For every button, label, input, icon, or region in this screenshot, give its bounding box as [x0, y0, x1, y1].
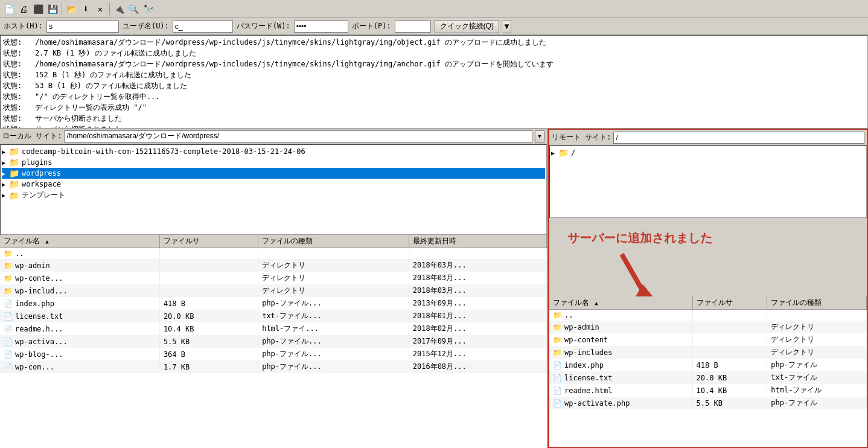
remote-tree-area[interactable]: ▶📁/	[549, 146, 867, 218]
connect-dropdown[interactable]: ▼	[503, 20, 511, 33]
status-line: 状態:ディレクトリー覧の表示成功 "/"	[3, 102, 865, 113]
remote-file-row[interactable]: 📁wp-content ディレクトリ	[549, 333, 867, 346]
local-file-row[interactable]: 📄wp-blog-... 364 B php-ファイル... 2015年12月.…	[0, 348, 547, 360]
local-site-bar: ローカル サイト: ▼	[0, 129, 547, 144]
local-file-row[interactable]: 📄readme.h... 10.4 KB html-ファイ... 2018年02…	[0, 322, 547, 335]
file-name: 📄license.txt	[0, 310, 159, 322]
file-type-icon: 📁	[4, 274, 13, 283]
remote-col-filetype[interactable]: ファイルの種類	[767, 296, 867, 310]
remote-tree-item[interactable]: ▶📁/	[551, 147, 865, 158]
local-col-filename[interactable]: ファイル名 ▲	[0, 235, 159, 248]
local-tree-item[interactable]: ▶📁テンプレート	[2, 190, 545, 201]
toolbar-icon-save[interactable]: 💾	[46, 2, 59, 16]
status-text: 152 B (1 秒) のファイル転送に成功しました	[35, 69, 191, 80]
status-text: /home/oshimamasara/ダウンロード/wordpress/wp-i…	[35, 37, 546, 48]
status-label: 状態:	[3, 91, 30, 102]
file-date: 2018年03月...	[409, 272, 546, 284]
toolbar-icon-new[interactable]: 📄	[2, 2, 16, 16]
status-line: 状態:53 B (1 秒) のファイル転送に成功しました	[3, 80, 865, 91]
remote-site-input[interactable]	[613, 132, 864, 144]
remote-col-filesize[interactable]: ファイルサ	[692, 296, 767, 310]
local-site-input[interactable]	[64, 130, 532, 142]
toolbar-icon-print[interactable]: 🖨	[17, 2, 30, 16]
folder-icon: 📁	[9, 168, 19, 178]
panels-container: ローカル サイト: ▼ ▶📁codecamp-bitcoin-with-com-…	[0, 129, 868, 448]
status-line: 状態:/home/oshimamasara/ダウンロード/wordpress/w…	[3, 59, 865, 69]
local-tree-item[interactable]: ▶📁workspace	[2, 179, 545, 190]
file-name: 📄readme.h...	[0, 322, 159, 335]
tree-label: codecamp-bitcoin-with-com-1521116573-com…	[22, 147, 305, 156]
file-type: txt-ファイル	[767, 371, 867, 384]
toolbar-icon-search[interactable]: 🔍	[127, 2, 140, 16]
status-label: 状態:	[3, 102, 30, 113]
right-panel: リモート サイト: ▶📁/ サーバーに追加されました ファイル名 ▲ ファイルサ…	[548, 129, 868, 448]
file-type: ディレクトリ	[258, 284, 409, 297]
status-line: 状態:"/" のディレクトリー覧を取得中...	[3, 91, 865, 102]
tree-arrow: ▶	[2, 149, 9, 155]
folder-icon: 📁	[9, 147, 19, 156]
file-name: 📁wp-content	[549, 333, 692, 346]
local-file-row[interactable]: 📁..	[0, 248, 547, 260]
file-size: 364 B	[159, 348, 258, 360]
file-date: 2015年12月...	[409, 348, 546, 360]
pass-input[interactable]	[294, 21, 348, 33]
local-file-row[interactable]: 📄wp-activa... 5.5 KB php-ファイル... 2017年09…	[0, 335, 547, 348]
file-type-icon: 📄	[4, 350, 13, 359]
file-size: 20.0 KB	[692, 371, 767, 384]
local-tree-area[interactable]: ▶📁codecamp-bitcoin-with-com-1521116573-c…	[0, 144, 547, 235]
file-name: 📁wp-includes	[549, 346, 692, 359]
toolbar-icon-stop[interactable]: ⬛	[31, 2, 45, 16]
file-type: php-ファイル...	[258, 297, 409, 310]
status-text: ディレクトリー覧の表示成功 "/"	[35, 102, 147, 113]
local-file-row[interactable]: 📁wp-admin ディレクトリ 2018年03月...	[0, 259, 547, 272]
file-size: 5.5 KB	[159, 335, 258, 348]
file-type: php-ファイル	[767, 397, 867, 409]
toolbar-icon-connect[interactable]: 🔌	[112, 2, 126, 16]
remote-col-filename[interactable]: ファイル名 ▲	[549, 296, 692, 310]
file-type-icon: 📄	[4, 325, 13, 333]
local-file-row[interactable]: 📄license.txt 20.0 KB txt-ファイル... 2018年01…	[0, 310, 547, 322]
host-input[interactable]	[46, 21, 119, 33]
local-file-row[interactable]: 📄wp-com... 1.7 KB php-ファイル... 2016年08月..…	[0, 360, 547, 373]
connect-button[interactable]: クイック接続(Q)	[435, 20, 499, 33]
pass-label: パスワード(W):	[237, 21, 290, 31]
tree-arrow: ▶	[2, 192, 9, 199]
file-size: 418 B	[692, 359, 767, 371]
local-col-filesize[interactable]: ファイルサ	[159, 235, 258, 248]
status-label: 状態:	[3, 69, 30, 80]
local-tree-item[interactable]: ▶📁codecamp-bitcoin-with-com-1521116573-c…	[2, 146, 545, 157]
port-input[interactable]	[395, 21, 431, 33]
file-name: 📄readme.html	[549, 384, 692, 397]
local-tree-item[interactable]: ▶📁wordpress	[2, 168, 545, 179]
remote-file-row[interactable]: 📄wp-activate.php 5.5 KB php-ファイル	[549, 397, 867, 409]
remote-file-row[interactable]: 📁wp-includes ディレクトリ	[549, 346, 867, 359]
toolbar-icon-close[interactable]: ✕	[94, 2, 107, 16]
toolbar-icon-down[interactable]: ⬇	[79, 2, 92, 16]
local-tree-item[interactable]: ▶📁plugins	[2, 157, 545, 168]
remote-file-row[interactable]: 📄readme.html 10.4 KB html-ファイル	[549, 384, 867, 397]
local-col-filetype[interactable]: ファイルの種類	[258, 235, 409, 248]
remote-file-row[interactable]: 📄license.txt 20.0 KB txt-ファイル	[549, 371, 867, 384]
file-type: html-ファイル	[767, 384, 867, 397]
local-file-row[interactable]: 📁wp-includ... ディレクトリ 2018年03月...	[0, 284, 547, 297]
local-file-row[interactable]: 📄index.php 418 B php-ファイル... 2013年09月...	[0, 297, 547, 310]
file-type: php-ファイル	[767, 359, 867, 371]
toolbar-icon-open[interactable]: 📂	[65, 2, 78, 16]
file-type-icon: 📄	[4, 312, 13, 321]
remote-file-row[interactable]: 📁wp-admin ディレクトリ	[549, 321, 867, 333]
folder-icon: 📁	[9, 158, 19, 167]
file-date: 2013年09月...	[409, 297, 546, 310]
local-file-row[interactable]: 📁wp-conte... ディレクトリ 2018年03月...	[0, 272, 547, 284]
file-type: html-ファイ...	[258, 322, 409, 335]
file-name: 📄wp-blog-...	[0, 348, 159, 360]
user-input[interactable]	[173, 21, 233, 33]
status-line: 状態:2.7 KB (1 秒) のファイル転送に成功しました	[3, 48, 865, 59]
file-name: 📄wp-com...	[0, 360, 159, 373]
remote-file-row[interactable]: 📁..	[549, 310, 867, 321]
remote-file-row[interactable]: 📄index.php 418 B php-ファイル	[549, 359, 867, 371]
local-site-dropdown[interactable]: ▼	[535, 130, 544, 142]
toolbar-icon-telescope[interactable]: 🔭	[141, 2, 155, 16]
local-col-date[interactable]: 最終更新日時	[409, 235, 546, 248]
connection-bar: ホスト(H): ユーザ名(U): パスワード(W): ポート(P): クイック接…	[0, 18, 868, 35]
remote-file-table-container: ファイル名 ▲ ファイルサ ファイルの種類 📁.. 📁wp-admin ディレク…	[549, 296, 867, 447]
